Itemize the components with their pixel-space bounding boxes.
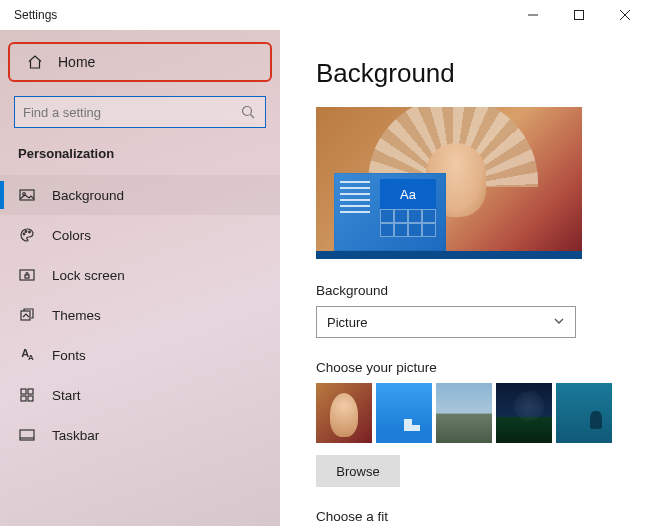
nav-label: Start — [52, 388, 81, 403]
svg-rect-12 — [25, 275, 29, 278]
nav-item-colors[interactable]: Colors — [0, 215, 280, 255]
nav-label: Colors — [52, 228, 91, 243]
minimize-icon — [528, 10, 538, 20]
nav-item-themes[interactable]: Themes — [0, 295, 280, 335]
browse-button[interactable]: Browse — [316, 455, 400, 487]
svg-rect-16 — [21, 396, 26, 401]
picture-thumb-5[interactable] — [556, 383, 612, 443]
taskbar-icon — [18, 427, 36, 443]
svg-rect-14 — [21, 389, 26, 394]
close-icon — [620, 10, 630, 20]
close-button[interactable] — [602, 0, 648, 30]
page-heading: Background — [316, 58, 612, 89]
background-dropdown[interactable]: Picture — [316, 306, 576, 338]
titlebar: Settings — [0, 0, 648, 30]
nav-item-start[interactable]: Start — [0, 375, 280, 415]
nav-label: Themes — [52, 308, 101, 323]
fit-label: Choose a fit — [316, 509, 612, 524]
search-icon — [241, 105, 257, 119]
desktop-preview: Aa — [316, 107, 582, 259]
nav-list: Background Colors Lock screen Themes AA … — [0, 175, 280, 455]
window-title: Settings — [14, 8, 57, 22]
minimize-button[interactable] — [510, 0, 556, 30]
search-input[interactable] — [23, 105, 241, 120]
section-title: Personalization — [0, 146, 280, 175]
preview-sample-text: Aa — [380, 179, 436, 209]
background-dropdown-value: Picture — [327, 315, 367, 330]
choose-picture-label: Choose your picture — [316, 360, 612, 375]
svg-line-5 — [251, 115, 255, 119]
home-icon — [26, 54, 44, 70]
svg-rect-15 — [28, 389, 33, 394]
nav-label: Fonts — [52, 348, 86, 363]
background-field-label: Background — [316, 283, 612, 298]
palette-icon — [18, 227, 36, 243]
nav-item-fonts[interactable]: AA Fonts — [0, 335, 280, 375]
home-label: Home — [58, 54, 95, 70]
svg-point-9 — [25, 231, 27, 233]
picture-thumb-1[interactable] — [316, 383, 372, 443]
maximize-icon — [574, 10, 584, 20]
content-pane: Background Aa Background Picture — [280, 30, 648, 526]
nav-label: Taskbar — [52, 428, 99, 443]
picture-thumb-3[interactable] — [436, 383, 492, 443]
svg-point-8 — [23, 233, 25, 235]
nav-item-lockscreen[interactable]: Lock screen — [0, 255, 280, 295]
search-box[interactable] — [14, 96, 266, 128]
preview-start-window: Aa — [334, 173, 446, 251]
picture-thumb-2[interactable] — [376, 383, 432, 443]
svg-rect-1 — [575, 11, 584, 20]
svg-point-10 — [29, 231, 31, 233]
chevron-down-icon — [553, 315, 565, 330]
maximize-button[interactable] — [556, 0, 602, 30]
themes-icon — [18, 307, 36, 323]
home-button[interactable]: Home — [8, 42, 272, 82]
picture-thumbnails — [316, 383, 612, 443]
lockscreen-icon — [18, 267, 36, 283]
start-icon — [18, 388, 36, 402]
svg-rect-17 — [28, 396, 33, 401]
nav-item-background[interactable]: Background — [0, 175, 280, 215]
sidebar: Home Personalization Background — [0, 30, 280, 526]
picture-thumb-4[interactable] — [496, 383, 552, 443]
nav-item-taskbar[interactable]: Taskbar — [0, 415, 280, 455]
svg-rect-13 — [21, 311, 30, 320]
svg-point-4 — [243, 107, 252, 116]
nav-label: Background — [52, 188, 124, 203]
nav-label: Lock screen — [52, 268, 125, 283]
picture-icon — [18, 187, 36, 203]
fonts-icon: AA — [18, 347, 36, 362]
svg-rect-6 — [20, 190, 34, 200]
